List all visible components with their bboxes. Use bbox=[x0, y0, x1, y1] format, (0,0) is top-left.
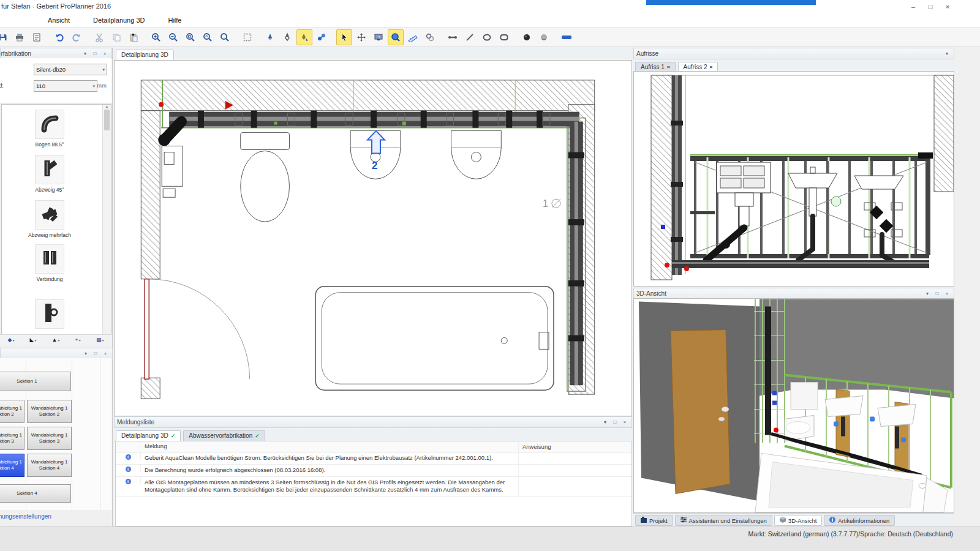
zoom-out-icon[interactable] bbox=[165, 29, 181, 45]
panel-collapse-icon[interactable]: ▾ bbox=[81, 50, 89, 58]
fitting-list-scrollbar[interactable]: ▲ bbox=[102, 105, 111, 334]
list-item[interactable] bbox=[2, 299, 97, 329]
wall-left[interactable] bbox=[141, 111, 160, 279]
tab-assistenten[interactable]: Assistenten und Einstellungen bbox=[675, 515, 772, 526]
start-point-marker[interactable] bbox=[159, 102, 164, 107]
panel-close-icon[interactable]: × bbox=[620, 418, 629, 426]
section-4-button[interactable]: Sektion 4 bbox=[0, 484, 71, 503]
pipe-system-select[interactable]: Silent-db20▾ bbox=[34, 64, 107, 75]
toilet-fixture[interactable] bbox=[241, 133, 290, 222]
panel-collapse-icon[interactable]: ▾ bbox=[601, 418, 609, 426]
wc-3d[interactable] bbox=[785, 416, 814, 441]
view3d-scene[interactable] bbox=[633, 298, 954, 513]
door-3d[interactable] bbox=[671, 330, 730, 494]
wall-left-stub[interactable] bbox=[141, 378, 160, 399]
panel-close-icon[interactable]: × bbox=[101, 350, 110, 358]
move-icon[interactable] bbox=[353, 29, 369, 45]
select-rectangle-icon[interactable] bbox=[239, 29, 255, 45]
table-row[interactable]: i Alle GIS Montageplatten müssen an mind… bbox=[116, 477, 631, 497]
column-meldung[interactable]: Meldung bbox=[141, 441, 519, 452]
print-icon[interactable] bbox=[12, 29, 28, 45]
section-branch-button[interactable]: Wandableitung 1Sektion 3 bbox=[0, 427, 24, 450]
diameter-select[interactable]: 110▾ bbox=[34, 80, 97, 92]
drain-pipe[interactable] bbox=[672, 260, 929, 268]
sphere-light-icon[interactable] bbox=[536, 29, 552, 45]
door[interactable] bbox=[145, 279, 249, 379]
column-anweisung[interactable]: Anweisung bbox=[519, 441, 631, 452]
add-tool-button[interactable]: +▾ bbox=[75, 337, 81, 343]
copy-icon[interactable] bbox=[108, 29, 124, 45]
zoom-previous-icon[interactable] bbox=[217, 29, 233, 45]
redo-icon[interactable] bbox=[69, 29, 85, 45]
section-branch-button[interactable]: Wandableitung 1Sektion 4 bbox=[27, 454, 72, 477]
fitting-tool-button[interactable]: ◆▾ bbox=[8, 337, 15, 343]
paste-icon[interactable] bbox=[126, 29, 141, 45]
undo-icon[interactable] bbox=[51, 29, 67, 45]
floor-plan-canvas[interactable]: 2 1 bbox=[114, 60, 632, 416]
save-icon[interactable] bbox=[0, 29, 10, 45]
section-branch-button[interactable]: Wandableitung 1Sektion 2 bbox=[0, 400, 24, 423]
stack-pipe[interactable] bbox=[671, 75, 683, 275]
close-button[interactable]: × bbox=[940, 0, 956, 13]
minimize-button[interactable]: – bbox=[905, 0, 921, 13]
panel-float-icon[interactable]: □ bbox=[933, 290, 941, 298]
elevation-view[interactable] bbox=[633, 71, 954, 287]
zoom-window-icon[interactable] bbox=[183, 29, 198, 45]
ellipse-icon[interactable] bbox=[479, 29, 495, 45]
section-1-button[interactable]: Sektion 1 bbox=[0, 372, 71, 391]
menu-hilfe[interactable]: Hilfe bbox=[163, 15, 186, 25]
pipe-run-icon[interactable] bbox=[559, 29, 575, 45]
line-icon[interactable] bbox=[462, 29, 478, 45]
list-item[interactable]: Verbindung bbox=[2, 244, 97, 282]
panel-collapse-icon[interactable]: ▾ bbox=[943, 50, 951, 58]
pen-edit-icon[interactable] bbox=[296, 29, 312, 45]
panel-collapse-icon[interactable]: ▾ bbox=[923, 290, 932, 298]
table-row[interactable]: i Geberit AquaClean Modelle benötigen St… bbox=[116, 452, 631, 465]
section-branch-button-selected[interactable]: Wandableitung 1Sektion 4 bbox=[0, 454, 24, 477]
calculation-settings-link[interactable]: Berechnungseinstellungen bbox=[0, 513, 51, 520]
zoom-extents-icon[interactable] bbox=[200, 29, 216, 45]
pen-tool-icon[interactable] bbox=[262, 29, 278, 45]
tab-artikelinformationen[interactable]: Artikelinformationen bbox=[824, 515, 895, 526]
list-item[interactable]: Abzweig mehrfach bbox=[2, 200, 97, 238]
scrollbar-thumb[interactable] bbox=[104, 110, 110, 130]
panel-close-icon[interactable]: × bbox=[943, 290, 951, 298]
tab-messages-abwasservorfabrikation[interactable]: Abwasservorfabrikation✓ bbox=[183, 430, 265, 441]
sphere-dark-icon[interactable] bbox=[519, 29, 535, 45]
tab-projekt[interactable]: Projekt bbox=[635, 515, 673, 526]
close-tab-icon[interactable]: × bbox=[709, 64, 712, 70]
maximize-button[interactable]: □ bbox=[922, 0, 938, 13]
tab-detailplanung-3d[interactable]: Detailplanung 3D bbox=[116, 50, 174, 61]
panel-float-icon[interactable]: □ bbox=[91, 50, 99, 58]
connect-tool-icon[interactable] bbox=[314, 29, 330, 45]
grid-tool-button[interactable]: ▦▾ bbox=[96, 337, 104, 343]
menu-detailplanung-3d[interactable]: Detailplanung 3D bbox=[88, 15, 149, 25]
panel-collapse-icon[interactable]: ▾ bbox=[81, 350, 90, 358]
measure-icon[interactable] bbox=[405, 29, 421, 45]
section-branch-button[interactable]: Wandableitung 1Sektion 3 bbox=[27, 427, 72, 450]
bathtub-fixture[interactable] bbox=[315, 287, 554, 390]
annotate-tool-button[interactable]: ▲▾ bbox=[52, 337, 60, 343]
cut-icon[interactable] bbox=[91, 29, 107, 45]
constraint-icon[interactable] bbox=[422, 29, 438, 45]
washbasin-2[interactable] bbox=[451, 131, 502, 179]
draw-tool-button[interactable]: ◣▾ bbox=[30, 337, 37, 343]
screen-select-icon[interactable] bbox=[371, 29, 386, 45]
zoom-region-icon[interactable] bbox=[388, 29, 404, 45]
tab-3d-ansicht[interactable]: 3D-Ansicht bbox=[774, 515, 822, 526]
scroll-up-icon[interactable]: ▲ bbox=[105, 105, 109, 108]
wall-top[interactable] bbox=[141, 80, 594, 111]
cistern-3d[interactable] bbox=[791, 383, 818, 410]
tab-messages-detailplanung[interactable]: Detailplanung 3D✓ bbox=[116, 430, 181, 441]
list-item[interactable]: Abzweig 45° bbox=[2, 155, 97, 193]
close-tab-icon[interactable]: × bbox=[667, 64, 670, 70]
zoom-in-icon[interactable] bbox=[148, 29, 164, 45]
washbasin-elevation-2[interactable] bbox=[854, 176, 903, 263]
report-icon[interactable] bbox=[29, 29, 45, 45]
anchor-tool-icon[interactable] bbox=[279, 29, 295, 45]
menu-ansicht[interactable]: Ansicht bbox=[43, 15, 75, 25]
section-branch-button[interactable]: Wandableitung 1Sektion 2 bbox=[27, 400, 72, 423]
table-row[interactable]: i Die Berechnung wurde erfolgreich abges… bbox=[116, 465, 631, 477]
panel-float-icon[interactable]: □ bbox=[91, 350, 100, 358]
panel-float-icon[interactable]: □ bbox=[611, 418, 619, 426]
